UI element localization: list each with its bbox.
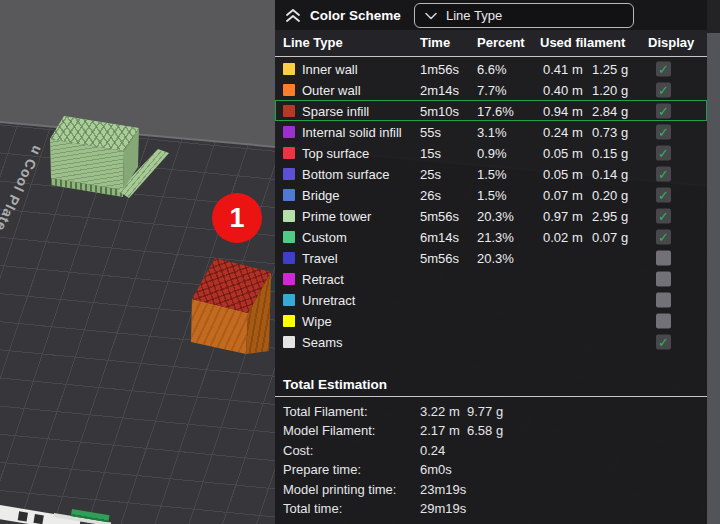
total-estimation-row: Cost:0.24 bbox=[275, 440, 707, 460]
display-checkbox[interactable]: ✓ bbox=[656, 103, 671, 118]
line-type-filament-m: 0.41 m bbox=[543, 61, 583, 76]
line-type-percent: 20.3% bbox=[477, 250, 514, 265]
display-checkbox[interactable] bbox=[656, 271, 671, 286]
line-type-time: 1m56s bbox=[420, 61, 459, 76]
line-type-percent: 20.3% bbox=[477, 208, 514, 223]
line-type-row[interactable]: Custom6m14s21.3%0.02 m0.07 g✓ bbox=[275, 226, 707, 247]
color-scheme-panel: Color Scheme Line Type Line Type Time Pe… bbox=[275, 0, 707, 524]
line-type-filament-m: 0.24 m bbox=[543, 124, 583, 139]
line-type-row[interactable]: Unretract bbox=[275, 289, 707, 310]
total-estimation-row: Prepare time:6m0s bbox=[275, 460, 707, 480]
line-type-row[interactable]: Top surface15s0.9%0.05 m0.15 g✓ bbox=[275, 142, 707, 163]
total-value-2: 6.58 g bbox=[467, 423, 503, 438]
line-type-time: 6m14s bbox=[420, 229, 459, 244]
total-value-1: 3.22 m bbox=[420, 403, 460, 418]
total-value-2: 9.77 g bbox=[467, 403, 503, 418]
line-type-filament-g: 0.15 g bbox=[592, 145, 628, 160]
line-type-color-swatch bbox=[283, 105, 295, 117]
view-type-dropdown[interactable]: Line Type bbox=[414, 3, 634, 28]
line-type-row[interactable]: Travel5m56s20.3% bbox=[275, 247, 707, 268]
line-type-row[interactable]: Outer wall2m14s7.7%0.40 m1.20 g✓ bbox=[275, 79, 707, 100]
display-checkbox[interactable]: ✓ bbox=[656, 229, 671, 244]
line-type-filament-g: 1.25 g bbox=[592, 61, 628, 76]
display-checkbox[interactable] bbox=[656, 313, 671, 328]
line-type-time: 5m10s bbox=[420, 103, 459, 118]
line-type-filament-g: 2.84 g bbox=[592, 103, 628, 118]
display-checkbox[interactable] bbox=[656, 250, 671, 265]
line-type-row[interactable]: Inner wall1m56s6.6%0.41 m1.25 g✓ bbox=[275, 58, 707, 79]
line-type-time: 55s bbox=[420, 124, 441, 139]
line-type-color-swatch bbox=[283, 294, 295, 306]
display-checkbox[interactable]: ✓ bbox=[656, 124, 671, 139]
display-checkbox[interactable]: ✓ bbox=[656, 166, 671, 181]
line-type-color-swatch bbox=[283, 63, 295, 75]
line-type-color-swatch bbox=[283, 84, 295, 96]
line-type-row[interactable]: Bottom surface25s1.5%0.05 m0.14 g✓ bbox=[275, 163, 707, 184]
line-type-label: Wipe bbox=[302, 313, 332, 328]
line-type-percent: 3.1% bbox=[477, 124, 507, 139]
plate-number-badge[interactable]: 1 bbox=[212, 193, 262, 243]
line-type-percent: 1.5% bbox=[477, 187, 507, 202]
line-type-row[interactable]: Sparse infill5m10s17.6%0.94 m2.84 g✓ bbox=[275, 100, 707, 121]
total-estimation-title: Total Estimation bbox=[283, 377, 387, 392]
line-type-label: Custom bbox=[302, 229, 347, 244]
total-label: Model printing time: bbox=[283, 481, 396, 496]
display-checkbox[interactable]: ✓ bbox=[656, 208, 671, 223]
line-type-filament-m: 0.97 m bbox=[543, 208, 583, 223]
view-type-value: Line Type bbox=[446, 8, 502, 23]
display-checkbox[interactable]: ✓ bbox=[656, 334, 671, 349]
display-checkbox[interactable] bbox=[656, 292, 671, 307]
display-checkbox[interactable]: ✓ bbox=[656, 61, 671, 76]
total-value-1: 29m19s bbox=[420, 501, 466, 516]
line-type-filament-g: 0.20 g bbox=[592, 187, 628, 202]
line-type-color-swatch bbox=[283, 168, 295, 180]
plate-lock-icon bbox=[34, 513, 44, 523]
line-type-row[interactable]: Seams✓ bbox=[275, 331, 707, 352]
line-type-label: Retract bbox=[302, 271, 344, 286]
column-used-filament: Used filament bbox=[540, 35, 625, 50]
line-type-label: Top surface bbox=[302, 145, 369, 160]
line-type-time: 15s bbox=[420, 145, 441, 160]
line-type-filament-m: 0.05 m bbox=[543, 166, 583, 181]
line-type-row[interactable]: Wipe bbox=[275, 310, 707, 331]
line-type-label: Unretract bbox=[302, 292, 355, 307]
panel-title: Color Scheme bbox=[310, 8, 401, 23]
total-estimation-row: Total time:29m19s bbox=[275, 499, 707, 519]
total-estimation-header: Total Estimation bbox=[275, 377, 707, 397]
line-type-time: 25s bbox=[420, 166, 441, 181]
total-estimation-row: Model printing time:23m19s bbox=[275, 479, 707, 499]
total-label: Total time: bbox=[283, 501, 342, 516]
line-type-row[interactable]: Prime tower5m56s20.3%0.97 m2.95 g✓ bbox=[275, 205, 707, 226]
line-type-percent: 21.3% bbox=[477, 229, 514, 244]
line-type-color-swatch bbox=[283, 252, 295, 264]
line-type-filament-g: 0.73 g bbox=[592, 124, 628, 139]
display-checkbox[interactable]: ✓ bbox=[656, 82, 671, 97]
line-type-label: Travel bbox=[302, 250, 338, 265]
slicer-preview-screen: u Cool Plate 1 Color Scheme bbox=[0, 0, 720, 524]
display-checkbox[interactable]: ✓ bbox=[656, 145, 671, 160]
line-type-time: 2m14s bbox=[420, 82, 459, 97]
line-type-row[interactable]: Retract bbox=[275, 268, 707, 289]
line-type-row[interactable]: Bridge26s1.5%0.07 m0.20 g✓ bbox=[275, 184, 707, 205]
line-type-label: Prime tower bbox=[302, 208, 371, 223]
display-checkbox[interactable]: ✓ bbox=[656, 187, 671, 202]
line-type-color-swatch bbox=[283, 147, 295, 159]
total-value-1: 23m19s bbox=[420, 481, 466, 496]
line-type-filament-g: 0.07 g bbox=[592, 229, 628, 244]
collapse-panel-icon[interactable] bbox=[285, 8, 301, 23]
line-type-row[interactable]: Internal solid infill55s3.1%0.24 m0.73 g… bbox=[275, 121, 707, 142]
line-type-filament-g: 0.14 g bbox=[592, 166, 628, 181]
line-type-color-swatch bbox=[283, 336, 295, 348]
panel-header: Color Scheme Line Type bbox=[275, 0, 707, 30]
line-type-filament-m: 0.05 m bbox=[543, 145, 583, 160]
line-type-time: 26s bbox=[420, 187, 441, 202]
column-display: Display bbox=[648, 35, 694, 50]
total-estimation-row: Model Filament:2.17 m6.58 g bbox=[275, 421, 707, 441]
line-type-percent: 6.6% bbox=[477, 61, 507, 76]
line-type-color-swatch bbox=[283, 210, 295, 222]
line-type-filament-g: 1.20 g bbox=[592, 82, 628, 97]
line-type-color-swatch bbox=[283, 273, 295, 285]
table-header: Line Type Time Percent Used filament Dis… bbox=[275, 30, 707, 57]
chevron-down-icon bbox=[425, 12, 437, 20]
plate-grid-icon bbox=[18, 511, 28, 521]
